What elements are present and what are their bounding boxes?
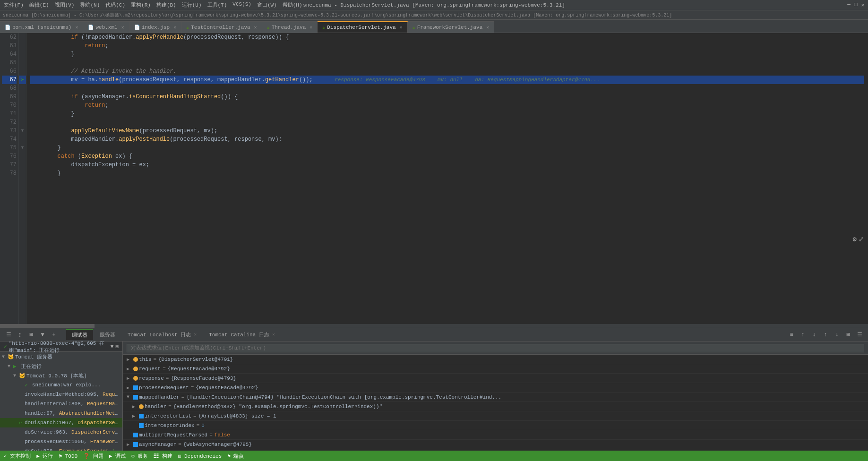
- frame-invoke[interactable]: invokeHandlerMethod:895, RequestMappingH…: [0, 390, 122, 399]
- tab-close-index[interactable]: ✕: [173, 25, 176, 30]
- tab-close-testctrl[interactable]: ✕: [254, 25, 257, 30]
- bottom-tab-server[interactable]: 服务器: [94, 329, 121, 340]
- line-77: 77: [2, 161, 17, 169]
- menu-window[interactable]: 窗口(W): [257, 1, 277, 9]
- var-response[interactable]: ▶ response = {ResponseFacade@4793}: [123, 374, 868, 383]
- menu-tools[interactable]: 工具(T): [207, 1, 227, 9]
- minimize-button[interactable]: ─: [847, 2, 851, 8]
- window-controls[interactable]: ─ □ ✕: [847, 2, 864, 8]
- tab-framework[interactable]: ☕ FrameworkServlet.java ✕: [408, 21, 495, 33]
- frame-dodispatch[interactable]: ↩ doDispatch:1067, DispatcherServlet (or…: [0, 418, 122, 427]
- tab-close-web[interactable]: ✕: [121, 25, 124, 30]
- var-handler[interactable]: ▶ handler = {HandlerMethod@4832} "org.ex…: [123, 402, 868, 411]
- bottom-tab-tomcat-local[interactable]: Tomcat Localhost 日志 ✕: [122, 329, 202, 340]
- scrollbar-thumb[interactable]: [0, 324, 95, 328]
- menu-code[interactable]: 代码(C): [105, 1, 125, 9]
- status-endpoints[interactable]: ⚑ 端点: [227, 452, 244, 460]
- var-multipart[interactable]: multipartRequestParsed = false: [123, 430, 868, 440]
- filter-icon2[interactable]: ⊞: [115, 343, 119, 350]
- menu-refactor[interactable]: 重构(R): [131, 1, 151, 9]
- status-text-control[interactable]: ✓ 文本控制: [4, 452, 31, 460]
- tab-close-framework[interactable]: ✕: [486, 25, 489, 30]
- var-icon-interceptorindex: [139, 423, 144, 428]
- var-arrow-response[interactable]: ▶: [127, 376, 133, 381]
- tab-testctrl[interactable]: ☕ TestController.java ✕: [181, 21, 262, 33]
- debug-toolbar-icon7[interactable]: ☰: [855, 330, 864, 340]
- debug-btn-step-over[interactable]: ↕: [15, 330, 25, 340]
- debug-toolbar-icon2[interactable]: ↑: [798, 330, 808, 340]
- frame-label-handle: handleInternal:808, RequestMappingHandle…: [25, 401, 120, 407]
- var-this[interactable]: ▶ this = {DispatcherServlet@4791}: [123, 355, 868, 364]
- close-button[interactable]: ✕: [861, 2, 864, 8]
- tree-tomcat-instance[interactable]: ▼ 🐱 Tomcat 9.0.78 [本地]: [0, 371, 122, 380]
- menu-run[interactable]: 运行(U): [182, 1, 202, 9]
- tab-thread[interactable]: ☕ Thread.java ✕: [262, 21, 318, 33]
- expand-icon[interactable]: ⤢: [859, 235, 864, 243]
- debug-btn-frames[interactable]: ⊞: [26, 330, 36, 340]
- var-asyncmanager[interactable]: ▶ asyncManager = {WebAsyncManager@4795}: [123, 440, 868, 449]
- bottom-tab-debugger[interactable]: 调试器: [66, 329, 93, 340]
- status-debug[interactable]: ▶ 调试: [109, 452, 126, 460]
- tree-deploy[interactable]: ✓ sneicunma:war explo...: [0, 380, 122, 390]
- var-arrow-asyncmgr[interactable]: ▶: [127, 442, 133, 447]
- var-arrow-interceptorlist[interactable]: ▶: [132, 413, 139, 419]
- gutter-76: [19, 152, 26, 161]
- status-services[interactable]: ⚙ 服务: [131, 452, 148, 460]
- horizontal-scrollbar[interactable]: [0, 324, 868, 328]
- var-arrow-handler[interactable]: ▶: [132, 404, 139, 410]
- var-interceptorlist[interactable]: ▶ interceptorList = {ArrayList@4833} siz…: [123, 411, 868, 421]
- tab-close-dispatcher[interactable]: ✕: [400, 25, 403, 30]
- status-dependencies[interactable]: ⊞ Dependencies: [178, 453, 222, 459]
- tab-close-tomcat-local[interactable]: ✕: [194, 332, 197, 337]
- frame-doservice[interactable]: doService:963, DispatcherServlet (org.sp…: [0, 427, 122, 437]
- bottom-tab-tomcat-catalina[interactable]: Tomcat Catalina 日志 ✕: [203, 329, 281, 340]
- menu-vcs[interactable]: VCS(S): [232, 1, 251, 9]
- debug-toolbar-icon6[interactable]: ⊞: [843, 330, 853, 340]
- debug-toolbar-icon3[interactable]: ↓: [809, 330, 819, 340]
- debug-btn-list[interactable]: ☰: [4, 330, 13, 340]
- menu-build[interactable]: 构建(B): [156, 1, 176, 9]
- tab-close-thread[interactable]: ✕: [309, 25, 312, 30]
- frame-processreq[interactable]: processRequest:1006, FrameworkServlet (o…: [0, 437, 122, 446]
- fold-icon-73[interactable]: ▼: [21, 128, 24, 133]
- tab-dispatcher[interactable]: ☕ DispatcherServlet.java ✕: [318, 21, 407, 33]
- tree-running[interactable]: ▼ ▶ 正在运行: [0, 361, 122, 371]
- menu-help[interactable]: 帮助(H): [283, 1, 302, 9]
- filter-icon[interactable]: ▼: [111, 344, 114, 350]
- debug-btn-plus[interactable]: +: [49, 330, 59, 340]
- debug-btn-filter[interactable]: ▼: [38, 330, 47, 340]
- var-arrow-mapped[interactable]: ▼: [127, 394, 133, 400]
- settings-icon[interactable]: ⚙: [853, 235, 857, 243]
- var-processedrequest[interactable]: ▶ processedRequest = {RequestFacade@4792…: [123, 383, 868, 393]
- variables-search-input[interactable]: [127, 344, 864, 352]
- maximize-button[interactable]: □: [854, 2, 858, 8]
- var-arrow-request[interactable]: ▶: [127, 366, 133, 372]
- debug-toolbar-icon5[interactable]: ↓: [832, 330, 842, 340]
- debug-toolbar-icon4[interactable]: ↑: [821, 330, 830, 340]
- var-request[interactable]: ▶ request = {RequestFacade@4792}: [123, 364, 868, 374]
- status-problems[interactable]: ❓ 问题: [83, 452, 103, 460]
- var-arrow-processedreq[interactable]: ▶: [127, 385, 133, 391]
- status-run[interactable]: ▶ 运行: [36, 452, 53, 460]
- fold-icon-75[interactable]: ▼: [21, 145, 24, 150]
- code-content[interactable]: if (!mappedHandler.applyPreHandle(proces…: [26, 33, 868, 324]
- tab-web[interactable]: 📄 web.xml ✕: [83, 21, 129, 33]
- tab-index[interactable]: 📄 index.jsp ✕: [129, 21, 181, 33]
- tree-tomcat-server[interactable]: ▼ 🐱 Tomcat 服务器: [0, 352, 122, 361]
- panel-settings-icons[interactable]: ⚙ ⤢: [853, 235, 864, 243]
- var-mappedhandler[interactable]: ▼ mappedHandler = {HandlerExecutionChain…: [123, 393, 868, 402]
- tab-close-pom[interactable]: ✕: [75, 25, 78, 30]
- menu-view[interactable]: 视图(V): [55, 1, 75, 9]
- debug-toolbar-icon1[interactable]: ≡: [787, 330, 796, 340]
- tab-pom[interactable]: 📄 pom.xml (sneicunma) ✕: [0, 21, 83, 33]
- frame-handle-internal[interactable]: handleInternal:808, RequestMappingHandle…: [0, 399, 122, 409]
- status-build[interactable]: ☷ 构建: [154, 452, 172, 460]
- menu-edit[interactable]: 编辑(E): [29, 1, 49, 9]
- var-arrow-this[interactable]: ▶: [127, 357, 133, 362]
- tab-close-tomcat-catalina[interactable]: ✕: [272, 332, 275, 337]
- menu-nav[interactable]: 导航(N): [80, 1, 100, 9]
- var-interceptorindex[interactable]: interceptorIndex = 0: [123, 421, 868, 430]
- frame-handle87[interactable]: handle:87, AbstractHandlerMethodAdapter …: [0, 409, 122, 418]
- menu-file[interactable]: 文件(F): [4, 1, 24, 9]
- status-todo[interactable]: ⚑ TODO: [59, 453, 77, 459]
